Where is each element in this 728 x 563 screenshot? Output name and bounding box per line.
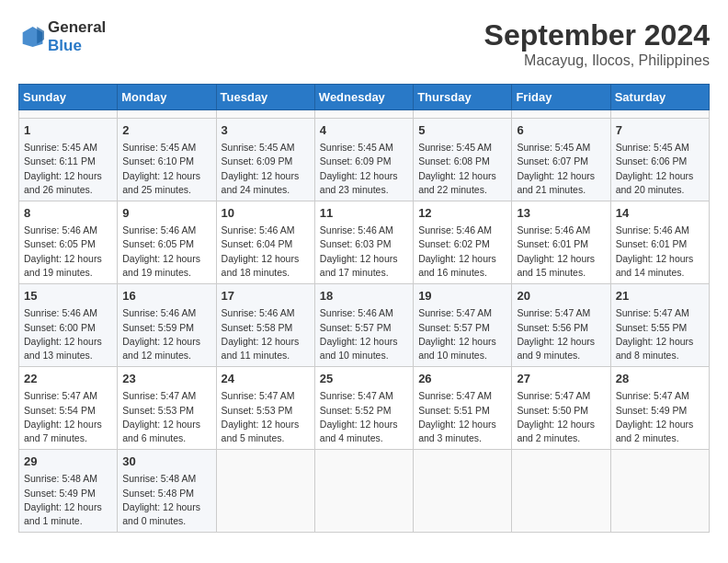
day-detail: Sunrise: 5:46 AM Sunset: 6:04 PM Dayligh…	[222, 224, 310, 280]
col-monday: Monday	[118, 85, 216, 110]
table-row: 3Sunrise: 5:45 AM Sunset: 6:09 PM Daylig…	[216, 119, 314, 201]
day-number: 3	[222, 122, 310, 139]
day-number: 25	[320, 371, 408, 387]
col-sunday: Sunday	[19, 85, 118, 110]
table-row: 25Sunrise: 5:47 AM Sunset: 5:52 PM Dayli…	[314, 367, 413, 450]
table-row	[118, 110, 216, 119]
col-saturday: Saturday	[610, 85, 709, 110]
calendar-week-3: 8Sunrise: 5:46 AM Sunset: 6:05 PM Daylig…	[19, 201, 710, 284]
day-detail: Sunrise: 5:47 AM Sunset: 5:55 PM Dayligh…	[616, 306, 704, 362]
day-detail: Sunrise: 5:47 AM Sunset: 5:52 PM Dayligh…	[320, 389, 408, 445]
day-detail: Sunrise: 5:47 AM Sunset: 5:56 PM Dayligh…	[517, 306, 605, 362]
day-number: 19	[418, 288, 506, 304]
table-row	[414, 110, 512, 119]
table-row	[414, 450, 512, 533]
day-detail: Sunrise: 5:47 AM Sunset: 5:50 PM Dayligh…	[517, 389, 605, 445]
day-detail: Sunrise: 5:45 AM Sunset: 6:11 PM Dayligh…	[24, 141, 112, 197]
calendar-subtitle: Macayug, Ilocos, Philippines	[484, 52, 710, 69]
logo-icon	[18, 24, 44, 50]
header-row: Sunday Monday Tuesday Wednesday Thursday…	[19, 85, 710, 110]
day-number: 13	[517, 205, 605, 222]
day-number: 12	[418, 205, 506, 222]
table-row	[610, 110, 709, 119]
day-detail: Sunrise: 5:46 AM Sunset: 5:57 PM Dayligh…	[320, 306, 408, 362]
table-row	[314, 450, 413, 533]
day-detail: Sunrise: 5:46 AM Sunset: 6:01 PM Dayligh…	[616, 224, 704, 280]
day-number: 9	[122, 205, 210, 222]
day-detail: Sunrise: 5:47 AM Sunset: 5:51 PM Dayligh…	[418, 389, 506, 445]
day-detail: Sunrise: 5:46 AM Sunset: 6:03 PM Dayligh…	[320, 224, 408, 280]
day-number: 10	[222, 205, 310, 222]
col-friday: Friday	[512, 85, 610, 110]
day-detail: Sunrise: 5:46 AM Sunset: 5:58 PM Dayligh…	[222, 306, 310, 362]
day-detail: Sunrise: 5:47 AM Sunset: 5:57 PM Dayligh…	[418, 306, 506, 362]
table-row: 28Sunrise: 5:47 AM Sunset: 5:49 PM Dayli…	[610, 367, 709, 450]
day-number: 6	[517, 122, 605, 139]
day-number: 4	[320, 122, 408, 139]
day-detail: Sunrise: 5:46 AM Sunset: 6:00 PM Dayligh…	[24, 306, 112, 362]
day-number: 22	[24, 371, 112, 387]
table-row: 4Sunrise: 5:45 AM Sunset: 6:09 PM Daylig…	[314, 119, 413, 201]
day-number: 29	[24, 454, 112, 470]
table-row	[314, 110, 413, 119]
day-detail: Sunrise: 5:45 AM Sunset: 6:10 PM Dayligh…	[122, 141, 210, 197]
day-detail: Sunrise: 5:45 AM Sunset: 6:06 PM Dayligh…	[616, 141, 704, 197]
table-row: 24Sunrise: 5:47 AM Sunset: 5:53 PM Dayli…	[216, 367, 314, 450]
day-detail: Sunrise: 5:46 AM Sunset: 6:05 PM Dayligh…	[24, 224, 112, 280]
day-detail: Sunrise: 5:45 AM Sunset: 6:08 PM Dayligh…	[418, 141, 506, 197]
day-number: 5	[418, 122, 506, 139]
day-detail: Sunrise: 5:46 AM Sunset: 6:01 PM Dayligh…	[517, 224, 605, 280]
table-row: 19Sunrise: 5:47 AM Sunset: 5:57 PM Dayli…	[414, 284, 512, 367]
day-number: 28	[616, 371, 704, 387]
table-row: 15Sunrise: 5:46 AM Sunset: 6:00 PM Dayli…	[19, 284, 118, 367]
table-row: 9Sunrise: 5:46 AM Sunset: 6:05 PM Daylig…	[118, 201, 216, 284]
table-row	[19, 110, 118, 119]
title-section: September 2024 Macayug, Ilocos, Philippi…	[484, 18, 710, 69]
logo: General Blue	[18, 18, 106, 55]
day-number: 1	[24, 122, 112, 139]
col-thursday: Thursday	[414, 85, 512, 110]
day-detail: Sunrise: 5:47 AM Sunset: 5:49 PM Dayligh…	[616, 389, 704, 445]
table-row: 2Sunrise: 5:45 AM Sunset: 6:10 PM Daylig…	[118, 119, 216, 201]
day-number: 23	[122, 371, 210, 387]
calendar-table: Sunday Monday Tuesday Wednesday Thursday…	[18, 84, 710, 533]
table-row: 30Sunrise: 5:48 AM Sunset: 5:48 PM Dayli…	[118, 450, 216, 533]
table-row: 21Sunrise: 5:47 AM Sunset: 5:55 PM Dayli…	[610, 284, 709, 367]
calendar-week-4: 15Sunrise: 5:46 AM Sunset: 6:00 PM Dayli…	[19, 284, 710, 367]
table-row: 26Sunrise: 5:47 AM Sunset: 5:51 PM Dayli…	[414, 367, 512, 450]
svg-marker-1	[37, 27, 44, 44]
table-row: 16Sunrise: 5:46 AM Sunset: 5:59 PM Dayli…	[118, 284, 216, 367]
day-detail: Sunrise: 5:47 AM Sunset: 5:53 PM Dayligh…	[222, 389, 310, 445]
day-number: 14	[616, 205, 704, 222]
table-row: 27Sunrise: 5:47 AM Sunset: 5:50 PM Dayli…	[512, 367, 610, 450]
col-wednesday: Wednesday	[314, 85, 413, 110]
day-detail: Sunrise: 5:45 AM Sunset: 6:09 PM Dayligh…	[222, 141, 310, 197]
day-detail: Sunrise: 5:48 AM Sunset: 5:48 PM Dayligh…	[122, 472, 210, 528]
table-row: 6Sunrise: 5:45 AM Sunset: 6:07 PM Daylig…	[512, 119, 610, 201]
table-row	[216, 110, 314, 119]
table-row	[216, 450, 314, 533]
table-row: 13Sunrise: 5:46 AM Sunset: 6:01 PM Dayli…	[512, 201, 610, 284]
day-number: 11	[320, 205, 408, 222]
day-detail: Sunrise: 5:46 AM Sunset: 6:05 PM Dayligh…	[122, 224, 210, 280]
table-row: 12Sunrise: 5:46 AM Sunset: 6:02 PM Dayli…	[414, 201, 512, 284]
day-detail: Sunrise: 5:46 AM Sunset: 6:02 PM Dayligh…	[418, 224, 506, 280]
table-row: 29Sunrise: 5:48 AM Sunset: 5:49 PM Dayli…	[19, 450, 118, 533]
col-tuesday: Tuesday	[216, 85, 314, 110]
table-row: 1Sunrise: 5:45 AM Sunset: 6:11 PM Daylig…	[19, 119, 118, 201]
calendar-week-5: 22Sunrise: 5:47 AM Sunset: 5:54 PM Dayli…	[19, 367, 710, 450]
table-row: 7Sunrise: 5:45 AM Sunset: 6:06 PM Daylig…	[610, 119, 709, 201]
table-row: 18Sunrise: 5:46 AM Sunset: 5:57 PM Dayli…	[314, 284, 413, 367]
day-number: 8	[24, 205, 112, 222]
calendar-week-2: 1Sunrise: 5:45 AM Sunset: 6:11 PM Daylig…	[19, 119, 710, 201]
table-row: 8Sunrise: 5:46 AM Sunset: 6:05 PM Daylig…	[19, 201, 118, 284]
page-header: General Blue September 2024 Macayug, Ilo…	[18, 18, 710, 69]
table-row: 23Sunrise: 5:47 AM Sunset: 5:53 PM Dayli…	[118, 367, 216, 450]
day-detail: Sunrise: 5:47 AM Sunset: 5:53 PM Dayligh…	[122, 389, 210, 445]
table-row	[512, 450, 610, 533]
day-detail: Sunrise: 5:47 AM Sunset: 5:54 PM Dayligh…	[24, 389, 112, 445]
table-row	[610, 450, 709, 533]
day-number: 7	[616, 122, 704, 139]
table-row: 17Sunrise: 5:46 AM Sunset: 5:58 PM Dayli…	[216, 284, 314, 367]
table-row: 22Sunrise: 5:47 AM Sunset: 5:54 PM Dayli…	[19, 367, 118, 450]
